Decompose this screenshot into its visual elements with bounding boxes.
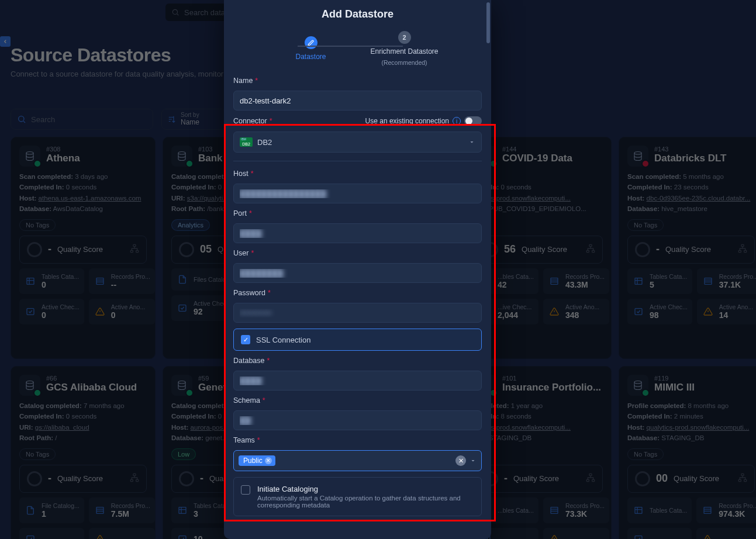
stat-records[interactable]: Records Pro...-- bbox=[89, 268, 155, 294]
card-meta: Scan completed: 3 days ago Completed In:… bbox=[19, 171, 147, 215]
host-field[interactable] bbox=[233, 184, 482, 203]
team-chip-public[interactable]: Public ✕ bbox=[239, 455, 275, 466]
svg-rect-29 bbox=[586, 250, 589, 252]
datastore-card[interactable]: #66 GCS Alibaba Cloud Catalog completed:… bbox=[11, 366, 156, 539]
clear-teams-icon[interactable]: ✕ bbox=[455, 455, 466, 466]
teams-select[interactable]: Public ✕ ✕ bbox=[233, 450, 482, 471]
score-value: - bbox=[200, 472, 203, 485]
search-input[interactable]: Search bbox=[11, 109, 153, 130]
score-ring-icon bbox=[635, 242, 650, 257]
divider bbox=[233, 161, 482, 161]
tag[interactable]: No Tags bbox=[627, 448, 664, 460]
tree-icon[interactable] bbox=[586, 473, 595, 484]
tag[interactable]: No Tags bbox=[19, 448, 56, 460]
stat-anomalies[interactable] bbox=[696, 528, 756, 539]
stat-records[interactable]: Records Pro...37.1K bbox=[697, 268, 756, 294]
scrollbar[interactable] bbox=[486, 2, 490, 43]
svg-rect-73 bbox=[179, 535, 186, 539]
stat-records[interactable]: Records Pro...7.5M bbox=[89, 497, 155, 523]
datastore-icon bbox=[19, 375, 40, 396]
ssl-checkbox-row[interactable]: ✓ SSL Connection bbox=[233, 329, 482, 351]
quality-score-row[interactable]: - Quality Score bbox=[19, 236, 147, 264]
sort-label: Sort by bbox=[181, 112, 199, 118]
stat-anomalies[interactable]: Active Ano...0 bbox=[89, 299, 155, 324]
catalog-title: Initiate Cataloging bbox=[257, 485, 474, 493]
chevron-down-icon bbox=[470, 457, 477, 464]
datastore-icon bbox=[171, 375, 192, 396]
tag[interactable]: Low bbox=[171, 448, 196, 460]
card-id: #143 bbox=[654, 146, 726, 153]
quality-score-row[interactable]: - Quality Score bbox=[475, 465, 603, 493]
card-id: #144 bbox=[502, 146, 572, 153]
back-button[interactable] bbox=[0, 36, 11, 47]
card-title: COVID-19 Data bbox=[502, 153, 572, 164]
card-id: #101 bbox=[502, 375, 601, 382]
svg-point-17 bbox=[178, 152, 185, 155]
step-1-dot[interactable] bbox=[305, 36, 317, 49]
svg-line-1 bbox=[177, 14, 179, 16]
stat-checks[interactable] bbox=[19, 528, 84, 539]
datastore-card[interactable]: #143 Databricks DLT Scan completed: 5 mo… bbox=[619, 137, 756, 359]
stat-anomalies[interactable]: Active Ano...14 bbox=[697, 299, 756, 324]
tag[interactable]: No Tags bbox=[19, 219, 56, 231]
svg-rect-28 bbox=[589, 244, 592, 246]
schema-field[interactable] bbox=[233, 410, 482, 430]
ssl-label: SSL Connection bbox=[256, 336, 310, 344]
datastore-card[interactable]: #119 MIMIC III Profile completed: 8 mont… bbox=[619, 366, 756, 539]
quality-score-row[interactable]: - Quality Score bbox=[19, 465, 147, 493]
name-field[interactable] bbox=[233, 91, 482, 110]
stat-tables[interactable]: Tables Cata...0 bbox=[19, 268, 84, 294]
svg-rect-93 bbox=[635, 507, 642, 513]
stat-anomalies[interactable]: Active Ano...348 bbox=[543, 299, 609, 324]
svg-point-53 bbox=[26, 381, 33, 384]
datastore-icon bbox=[627, 375, 648, 396]
initiate-cataloging-row[interactable]: Initiate Cataloging Automatically start … bbox=[233, 477, 482, 516]
tag[interactable]: No Tags bbox=[627, 219, 664, 231]
database-field[interactable] bbox=[233, 371, 482, 391]
stat-tables[interactable]: Tables Cata...5 bbox=[627, 268, 692, 294]
tree-icon[interactable] bbox=[130, 473, 139, 484]
stat-records[interactable]: Records Pro...974.3K bbox=[696, 497, 756, 523]
stat-checks[interactable]: Active Chec...98 bbox=[627, 299, 692, 324]
checkbox-unchecked-icon[interactable] bbox=[241, 485, 250, 495]
existing-connection-toggle[interactable] bbox=[464, 116, 482, 126]
stat-records[interactable]: Records Pro...73.3K bbox=[543, 497, 609, 523]
tree-icon[interactable] bbox=[738, 244, 747, 255]
quality-score-row[interactable]: 00 Quality Score bbox=[627, 465, 755, 493]
tree-icon[interactable] bbox=[586, 244, 595, 255]
card-meta: Scan completed: 5 months ago Completed I… bbox=[627, 171, 755, 215]
step-2-dot[interactable]: 2 bbox=[398, 31, 411, 44]
remove-chip-icon[interactable]: ✕ bbox=[265, 457, 272, 464]
connector-select[interactable]: DB2 DB2 bbox=[233, 132, 482, 153]
datastore-card[interactable]: #308 Athena Scan completed: 3 days ago C… bbox=[11, 137, 156, 359]
svg-rect-96 bbox=[704, 507, 711, 513]
sort-value: Name bbox=[181, 118, 199, 126]
stat-checks[interactable] bbox=[627, 528, 692, 539]
stat-anomalies[interactable] bbox=[89, 528, 155, 539]
stat-checks[interactable]: Active Chec...0 bbox=[19, 299, 84, 324]
svg-rect-34 bbox=[551, 278, 558, 284]
user-field[interactable] bbox=[233, 263, 482, 283]
catalog-desc: Automatically start a Catalog operation … bbox=[257, 495, 474, 509]
quality-score-row[interactable]: - Quality Score bbox=[627, 236, 755, 264]
stat-records[interactable]: Records Pro...43.3M bbox=[543, 268, 609, 294]
stat-anomalies[interactable] bbox=[543, 528, 609, 539]
tree-icon[interactable] bbox=[130, 244, 139, 255]
svg-rect-79 bbox=[592, 479, 595, 481]
tree-icon[interactable] bbox=[738, 473, 747, 484]
quality-score-row[interactable]: 56 Quality Score bbox=[475, 236, 603, 264]
password-field[interactable] bbox=[233, 303, 482, 323]
tag[interactable]: Analytics bbox=[171, 219, 210, 231]
svg-rect-78 bbox=[586, 479, 589, 481]
card-title: Athena bbox=[46, 153, 80, 164]
svg-rect-5 bbox=[133, 244, 136, 246]
port-field[interactable] bbox=[233, 223, 482, 243]
step-2-sublabel: (Recommended) bbox=[381, 59, 427, 66]
svg-rect-41 bbox=[741, 244, 744, 246]
svg-point-40 bbox=[634, 152, 641, 155]
stat-tables[interactable]: File Catalog...1 bbox=[19, 497, 84, 523]
stat-tables[interactable]: Tables Cata... bbox=[627, 497, 692, 523]
info-icon[interactable]: i bbox=[453, 117, 461, 125]
score-label: Quality Score bbox=[57, 245, 103, 254]
sort-select[interactable]: Sort by Name bbox=[161, 109, 226, 130]
